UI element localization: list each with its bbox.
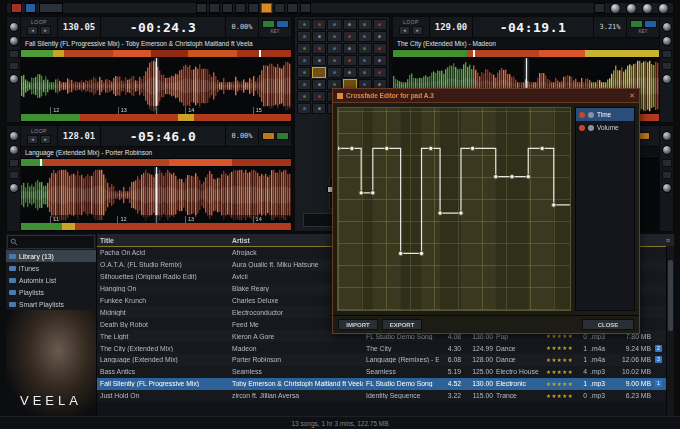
sidebar-item[interactable]: Library (13)	[6, 250, 96, 262]
envelope-property[interactable]: Volume	[576, 121, 634, 134]
mixer-pad[interactable]	[312, 55, 326, 66]
fx-button[interactable]	[662, 171, 672, 179]
mixer-pad[interactable]	[358, 31, 372, 42]
grid-view-icon[interactable]	[300, 3, 311, 13]
mixer-pad[interactable]	[327, 43, 341, 54]
loop-half-button[interactable]: ◂	[27, 26, 38, 35]
deck-b-overview[interactable]	[393, 50, 659, 58]
loop-double-button[interactable]: ▸	[40, 26, 51, 35]
browser-view-icon[interactable]	[261, 3, 272, 13]
eq-knob[interactable]	[662, 183, 672, 193]
mixer-pad[interactable]	[343, 43, 357, 54]
logo-icon[interactable]	[11, 3, 22, 13]
mixer-pad[interactable]	[373, 19, 387, 30]
mixer-pad[interactable]	[327, 55, 341, 66]
mixer-pad[interactable]	[327, 19, 341, 30]
scratch-view-icon[interactable]	[222, 3, 233, 13]
tempo-button[interactable]	[262, 132, 275, 140]
mixer-pad[interactable]	[343, 67, 357, 78]
sampler-view-icon[interactable]	[248, 3, 259, 13]
mixer-pad[interactable]	[312, 79, 326, 90]
master-button[interactable]	[276, 20, 289, 28]
close-icon[interactable]: ✕	[629, 92, 635, 100]
headphone-volume-knob[interactable]	[626, 3, 637, 14]
loop-half-button[interactable]: ◂	[399, 26, 410, 35]
record-icon[interactable]	[25, 3, 36, 13]
loop-double-button[interactable]: ▸	[412, 26, 423, 35]
sidebar-item[interactable]: Automix List	[6, 274, 96, 286]
fx-button[interactable]	[662, 62, 672, 70]
mic-volume-knob[interactable]	[658, 3, 669, 14]
export-button[interactable]: EXPORT	[382, 319, 422, 330]
mixer-pad[interactable]	[312, 91, 326, 102]
mic-icon[interactable]	[594, 3, 605, 13]
mixer-pad[interactable]	[297, 19, 311, 30]
master-volume-knob[interactable]	[610, 3, 621, 14]
column-title[interactable]: Title	[97, 237, 229, 244]
gain-knob[interactable]	[9, 145, 19, 155]
mixer-view-icon[interactable]	[196, 3, 207, 13]
sync-button[interactable]	[630, 20, 643, 28]
deck-c-bpm-display[interactable]: 128.01	[58, 126, 101, 146]
master-button[interactable]	[644, 20, 657, 28]
table-row[interactable]: Just Hold Onzircon ft. Jillian AversaIde…	[97, 390, 674, 402]
filter-knob[interactable]	[9, 22, 19, 32]
eq-knob[interactable]	[9, 74, 19, 84]
close-button[interactable]: CLOSE	[582, 319, 634, 330]
mixer-pad[interactable]	[373, 67, 387, 78]
column-options-icon[interactable]: ≡	[662, 237, 674, 244]
mixer-pad[interactable]	[297, 43, 311, 54]
mixer-pad[interactable]	[343, 19, 357, 30]
import-button[interactable]: IMPORT	[338, 319, 378, 330]
gain-knob[interactable]	[662, 36, 672, 46]
pfl-button[interactable]	[9, 50, 19, 58]
mixer-pad[interactable]	[297, 55, 311, 66]
mixer-pad[interactable]	[297, 103, 311, 114]
mixer-pad[interactable]	[343, 31, 357, 42]
table-row[interactable]: The City (Extended Mix)MadeonThe City 4.…	[97, 342, 674, 354]
search-bar[interactable]	[7, 235, 95, 249]
loop-half-button[interactable]: ◂	[27, 135, 38, 144]
mixer-pad[interactable]	[297, 67, 311, 78]
loop-double-button[interactable]: ▸	[40, 135, 51, 144]
mixer-pad[interactable]	[312, 19, 326, 30]
eq-knob[interactable]	[662, 74, 672, 84]
rec-view-icon[interactable]	[287, 3, 298, 13]
automation-envelope[interactable]	[338, 108, 570, 310]
deck-c-overview[interactable]	[21, 159, 291, 167]
sidebar-item[interactable]: iTunes	[6, 262, 96, 274]
sync-button[interactable]	[276, 132, 289, 140]
filter-knob[interactable]	[9, 131, 19, 141]
mixer-pad[interactable]	[373, 31, 387, 42]
automation-grid[interactable]	[337, 107, 571, 311]
mixer-pad[interactable]	[358, 19, 372, 30]
cue-mix-knob[interactable]	[642, 3, 653, 14]
mixer-pad[interactable]	[327, 67, 341, 78]
pfl-button[interactable]	[662, 50, 672, 58]
master-view-icon[interactable]	[235, 3, 246, 13]
effects-view-icon[interactable]	[274, 3, 285, 13]
mixer-pad[interactable]	[297, 79, 311, 90]
mixer-pad[interactable]	[343, 55, 357, 66]
table-row[interactable]: Bass AnticsSeamlessSeamless 5.19125.00El…	[97, 366, 674, 378]
mixer-pad[interactable]	[312, 103, 326, 114]
eq-knob[interactable]	[9, 183, 19, 193]
sidebar-item[interactable]: Playlists	[6, 286, 96, 298]
gain-knob[interactable]	[662, 145, 672, 155]
mixer-pad[interactable]	[297, 91, 311, 102]
filter-knob[interactable]	[662, 131, 672, 141]
settings-button[interactable]	[39, 3, 63, 13]
deck-c-waveform[interactable]: 11121314	[21, 167, 291, 223]
mixer-pad[interactable]	[297, 31, 311, 42]
mixer-pad[interactable]	[373, 43, 387, 54]
deck-a-waveform[interactable]: 12131415	[21, 58, 291, 114]
mixer-pad[interactable]	[358, 67, 372, 78]
search-input[interactable]	[20, 238, 92, 247]
gain-knob[interactable]	[9, 36, 19, 46]
filter-knob[interactable]	[662, 22, 672, 32]
pfl-button[interactable]	[9, 159, 19, 167]
table-scrollbar[interactable]	[666, 246, 674, 416]
mixer-pad[interactable]	[312, 67, 326, 78]
deck-a-bpm-display[interactable]: 130.05	[58, 17, 101, 37]
mixer-pad[interactable]	[373, 55, 387, 66]
